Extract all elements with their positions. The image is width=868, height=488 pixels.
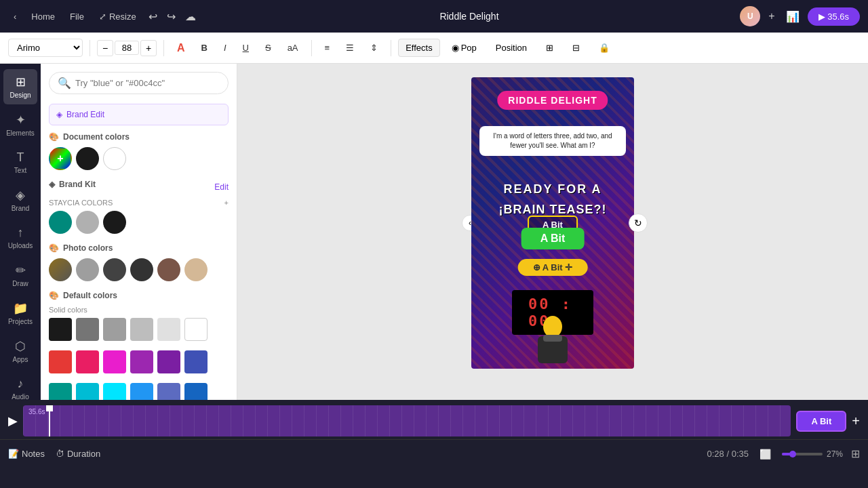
photo-color-3[interactable] bbox=[130, 258, 153, 281]
undo-button[interactable]: ↩ bbox=[146, 7, 160, 26]
solid-dark-purple[interactable] bbox=[157, 350, 180, 373]
doc-color-teal[interactable] bbox=[76, 147, 99, 170]
separator-2 bbox=[163, 40, 164, 56]
search-input[interactable] bbox=[75, 78, 220, 88]
back-button[interactable]: ‹ bbox=[8, 9, 22, 24]
svg-rect-2 bbox=[543, 335, 562, 342]
notes-button[interactable]: 📝 Notes bbox=[8, 449, 45, 459]
photo-color-5[interactable] bbox=[184, 258, 208, 281]
solid-magenta[interactable] bbox=[103, 350, 126, 373]
underline-button[interactable]: U bbox=[237, 39, 255, 56]
zoom-track[interactable] bbox=[782, 453, 823, 455]
resize-button[interactable]: ⤢ Resize bbox=[94, 9, 142, 24]
solid-slate-blue[interactable] bbox=[157, 383, 180, 400]
solid-black[interactable] bbox=[49, 318, 72, 341]
sidebar-item-text[interactable]: T Text bbox=[3, 145, 37, 180]
solid-pink[interactable] bbox=[76, 350, 99, 373]
solid-indigo[interactable] bbox=[184, 350, 208, 373]
sidebar-item-audio[interactable]: ♪ Audio bbox=[3, 371, 37, 400]
bold-button[interactable]: B bbox=[195, 39, 214, 56]
photo-swatch-person[interactable] bbox=[49, 258, 72, 281]
avatar[interactable]: U bbox=[740, 6, 760, 26]
font-size-decrease[interactable]: − bbox=[97, 40, 113, 56]
solid-blue[interactable] bbox=[130, 383, 153, 400]
canvas-frame[interactable]: RIDDLE DELIGHT I'm a word of letters thr… bbox=[471, 77, 634, 369]
sidebar-item-uploads[interactable]: ↑ Uploads bbox=[3, 220, 37, 255]
solid-gray[interactable] bbox=[103, 318, 126, 341]
solid-light-gray[interactable] bbox=[130, 318, 153, 341]
zoom-percent: 27% bbox=[827, 449, 843, 459]
filter-button[interactable]: ⊟ bbox=[565, 39, 587, 57]
abit-green-button[interactable]: A Bit bbox=[521, 228, 585, 249]
zoom-handle[interactable] bbox=[789, 451, 796, 458]
brand-color-teal[interactable] bbox=[49, 211, 72, 234]
photo-color-2[interactable] bbox=[103, 258, 126, 281]
sidebar-label-projects: Projects bbox=[8, 318, 33, 325]
redo-button[interactable]: ↪ bbox=[164, 7, 178, 26]
canvas-riddle-text: I'm a word of letters three, add two, an… bbox=[479, 126, 626, 156]
share-play-button[interactable]: ▶ 35.6s bbox=[808, 7, 860, 26]
pop-button[interactable]: ◉ Pop bbox=[444, 39, 484, 57]
sidebar-item-elements[interactable]: ✦ Elements bbox=[3, 107, 37, 142]
solid-lighter-gray[interactable] bbox=[157, 318, 180, 341]
sidebar-item-apps[interactable]: ⬡ Apps bbox=[3, 333, 37, 369]
pop-icon: ◉ bbox=[452, 43, 459, 53]
solid-light-cyan[interactable] bbox=[103, 383, 126, 400]
sidebar-item-projects[interactable]: 📁 Projects bbox=[3, 296, 37, 331]
solid-cyan[interactable] bbox=[76, 383, 99, 400]
position-button[interactable]: Position bbox=[488, 39, 534, 57]
main-content: ⊞ Design ✦ Elements T Text ◈ Brand ↑ Upl… bbox=[0, 64, 868, 400]
solid-red[interactable] bbox=[49, 350, 72, 373]
projects-icon: 📁 bbox=[13, 301, 28, 316]
link-icon: ⊕ bbox=[533, 262, 540, 272]
grid-button[interactable]: ⊞ bbox=[538, 39, 561, 57]
text-case-button[interactable]: aA bbox=[281, 39, 304, 56]
text-color-button[interactable]: A bbox=[171, 39, 191, 58]
brand-color-gray[interactable] bbox=[76, 211, 99, 234]
cloud-button[interactable]: ☁ bbox=[182, 7, 199, 26]
align-left-button[interactable]: ≡ bbox=[319, 39, 336, 56]
solid-teal[interactable] bbox=[49, 383, 72, 400]
analytics-button[interactable]: 📊 bbox=[783, 7, 802, 26]
font-size-increase[interactable]: + bbox=[140, 40, 157, 56]
file-button[interactable]: File bbox=[64, 9, 90, 24]
brand-icon: ◈ bbox=[16, 188, 25, 203]
grid-view-button[interactable]: ⊞ bbox=[851, 447, 860, 460]
photo-color-1[interactable] bbox=[76, 258, 99, 281]
play-button[interactable]: ▶ bbox=[8, 413, 18, 428]
add-brand-color-icon[interactable]: + bbox=[224, 199, 229, 207]
brand-edit-link[interactable]: Edit bbox=[214, 182, 229, 192]
color-search[interactable]: 🔍 bbox=[49, 72, 229, 94]
font-size-input[interactable] bbox=[115, 41, 139, 55]
brand-color-black[interactable] bbox=[103, 211, 126, 234]
solid-white[interactable] bbox=[184, 318, 208, 341]
solid-dark-gray[interactable] bbox=[76, 318, 99, 341]
abit-yellow-button[interactable]: ⊕ A Bit ✛ bbox=[518, 259, 588, 276]
text-spacing-button[interactable]: ⇕ bbox=[364, 39, 384, 56]
sidebar-item-draw[interactable]: ✏ Draw bbox=[3, 258, 37, 293]
rotate-button[interactable]: ↻ bbox=[629, 214, 648, 232]
aspect-ratio-button[interactable]: ⬜ bbox=[757, 446, 774, 462]
left-sidebar: ⊞ Design ✦ Elements T Text ◈ Brand ↑ Upl… bbox=[0, 64, 41, 400]
add-track-button[interactable]: + bbox=[852, 413, 860, 429]
abit-timeline-clip[interactable]: A Bit bbox=[796, 411, 846, 432]
photo-color-4[interactable] bbox=[157, 258, 180, 281]
sidebar-item-design[interactable]: ⊞ Design bbox=[3, 69, 37, 104]
font-selector[interactable]: Arimo bbox=[8, 39, 83, 57]
person-figure bbox=[526, 314, 580, 369]
home-button[interactable]: Home bbox=[26, 9, 60, 24]
effects-button[interactable]: Effects bbox=[398, 39, 440, 57]
solid-purple[interactable] bbox=[130, 350, 153, 373]
list-button[interactable]: ☰ bbox=[340, 39, 360, 56]
lock-button[interactable]: 🔒 bbox=[591, 39, 617, 57]
strikethrough-button[interactable]: S bbox=[259, 39, 277, 56]
timeline-strip[interactable]: 35.6s bbox=[23, 405, 791, 436]
solid-dark-blue[interactable] bbox=[184, 383, 208, 400]
italic-button[interactable]: I bbox=[218, 39, 233, 56]
doc-color-black[interactable] bbox=[103, 147, 126, 170]
sidebar-item-brand[interactable]: ◈ Brand bbox=[3, 182, 37, 218]
topbar: ‹ Home File ⤢ Resize ↩ ↪ ☁ Riddle Deligh… bbox=[0, 0, 868, 33]
duration-button[interactable]: ⏱ Duration bbox=[56, 449, 100, 459]
add-user-button[interactable]: + bbox=[766, 7, 777, 25]
add-color-button[interactable]: + bbox=[49, 147, 72, 170]
